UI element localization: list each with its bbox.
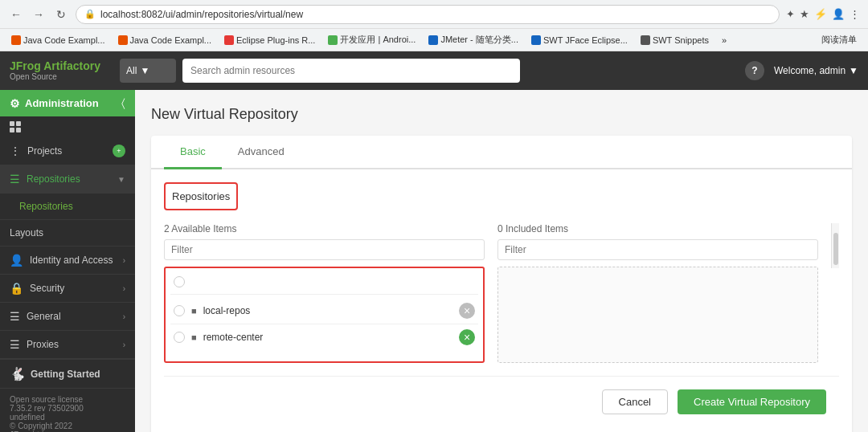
available-list: ■ local-repos × ■ remote-center × bbox=[164, 267, 485, 363]
repo-item-local[interactable]: ■ local-repos × bbox=[170, 298, 478, 324]
repo-item-remote[interactable]: ■ remote-center × bbox=[170, 324, 478, 350]
admin-icon: ⚙ bbox=[10, 97, 20, 110]
cast-icon[interactable]: ✦ bbox=[786, 8, 795, 20]
repo-add-local-button[interactable]: × bbox=[459, 303, 475, 319]
select-all-row[interactable] bbox=[170, 273, 478, 295]
identity-icon: 👤 bbox=[10, 254, 23, 267]
copyright-text: © Copyright 2022 bbox=[10, 422, 125, 430]
repositories-arrow-icon: ▼ bbox=[117, 175, 125, 184]
transfer-layout: 2 Available Items ■ bbox=[164, 223, 839, 363]
bookmark-label: Eclipse Plug-ins R... bbox=[236, 35, 315, 45]
welcome-text: Welcome, admin bbox=[774, 65, 845, 76]
sidebar-item-security[interactable]: 🔒 Security › bbox=[0, 275, 135, 303]
sidebar-grid-item[interactable] bbox=[0, 116, 135, 137]
sidebar-admin-header: ⚙ Administration 〈 bbox=[0, 90, 135, 116]
help-button[interactable]: ? bbox=[745, 61, 764, 80]
url-bar[interactable]: 🔒 localhost:8082/ui/admin/repositories/v… bbox=[76, 5, 780, 24]
repo-add-remote-button[interactable]: × bbox=[459, 329, 475, 345]
sidebar-projects-label: Projects bbox=[27, 145, 106, 157]
bookmark-java1[interactable]: Java Code Exampl... bbox=[6, 34, 110, 47]
sidebar-item-identity[interactable]: 👤 Identity and Access › bbox=[0, 247, 135, 275]
forward-button[interactable]: → bbox=[31, 6, 47, 22]
included-header: 0 Included Items bbox=[497, 223, 818, 234]
search-scope-dropdown[interactable]: All ▼ bbox=[120, 59, 176, 83]
dropdown-label: All bbox=[126, 65, 137, 76]
repo-checkbox-remote[interactable] bbox=[174, 332, 185, 343]
projects-badge: + bbox=[113, 145, 125, 157]
sidebar-repositories-sub-label: Repositories bbox=[19, 201, 125, 212]
admin-label: Administration bbox=[25, 97, 99, 109]
bookmark-favicon bbox=[531, 35, 541, 45]
tab-advanced[interactable]: Advanced bbox=[222, 136, 301, 169]
bookmark-eclipse[interactable]: Eclipse Plug-ins R... bbox=[219, 34, 320, 47]
included-column: 0 Included Items bbox=[497, 223, 818, 363]
sidebar-toggle-button[interactable]: 〈 bbox=[121, 96, 125, 110]
reading-list-button[interactable]: 阅读清单 bbox=[817, 32, 862, 47]
bookmark-swt[interactable]: SWT JFace Eclipse... bbox=[526, 34, 633, 47]
general-arrow-icon: › bbox=[123, 312, 125, 321]
reading-list-label: 阅读清单 bbox=[821, 34, 857, 46]
sidebar-item-layouts[interactable]: Layouts bbox=[0, 220, 135, 247]
extensions-icon[interactable]: ⚡ bbox=[814, 8, 827, 20]
bookmark-more[interactable]: » bbox=[717, 34, 731, 47]
repo-checkbox-local[interactable] bbox=[174, 305, 185, 316]
tab-basic-label: Basic bbox=[180, 145, 206, 157]
card-footer: Cancel Create Virtual Repository bbox=[164, 376, 839, 427]
scrollbar[interactable] bbox=[831, 223, 839, 268]
sidebar-item-projects[interactable]: ⋮ Projects + bbox=[0, 137, 135, 165]
repositories-section: Repositories bbox=[164, 182, 238, 210]
available-filter-input[interactable] bbox=[164, 239, 485, 260]
identity-arrow-icon: › bbox=[123, 256, 125, 265]
menu-icon[interactable]: ⋮ bbox=[850, 8, 860, 20]
card-body: Repositories 2 Available Items bbox=[151, 169, 852, 432]
bookmark-favicon bbox=[11, 35, 21, 45]
nav-search-area: All ▼ bbox=[120, 59, 735, 83]
chevron-down-icon: ▼ bbox=[140, 65, 149, 76]
bookmark-label: Java Code Exampl... bbox=[23, 35, 105, 45]
sidebar-bottom-info: Open source license 7.35.2 rev 73502900 … bbox=[0, 388, 135, 432]
build-text: undefined bbox=[10, 413, 125, 422]
sidebar-item-repositories[interactable]: ☰ Repositories ▼ bbox=[0, 165, 135, 194]
version-text: 7.35.2 rev 73502900 bbox=[10, 404, 125, 413]
security-icon: 🔒 bbox=[10, 282, 23, 295]
page-title: New Virtual Repository bbox=[151, 106, 852, 123]
sidebar-layouts-label: Layouts bbox=[10, 227, 125, 238]
bookmark-favicon bbox=[328, 35, 338, 45]
select-all-checkbox[interactable] bbox=[174, 276, 185, 287]
bookmark-label: 开发应用 | Androi... bbox=[340, 34, 416, 46]
profile-icon[interactable]: 👤 bbox=[832, 8, 845, 20]
sidebar-identity-label: Identity and Access bbox=[30, 255, 117, 266]
search-input[interactable] bbox=[182, 59, 520, 83]
sidebar-repositories-label: Repositories bbox=[27, 173, 111, 185]
grid-icon bbox=[10, 121, 21, 132]
sidebar-item-proxies[interactable]: ☰ Proxies › bbox=[0, 331, 135, 359]
bookmark-label: SWT JFace Eclipse... bbox=[543, 35, 628, 45]
remote-repo-icon: ■ bbox=[191, 332, 197, 342]
bookmark-label: SWT Snippets bbox=[653, 35, 709, 45]
sidebar-security-label: Security bbox=[30, 283, 117, 294]
bookmark-label: Java Code Exampl... bbox=[130, 35, 212, 45]
included-filter-input[interactable] bbox=[497, 239, 818, 260]
bookmark-jmeter[interactable]: JMeter - 随笔分类... bbox=[424, 32, 523, 47]
user-menu[interactable]: Welcome, admin ▼ bbox=[774, 65, 858, 76]
proxies-arrow-icon: › bbox=[123, 340, 125, 349]
create-repository-button[interactable]: Create Virtual Repository bbox=[678, 389, 826, 414]
sidebar-item-repositories-sub[interactable]: Repositories bbox=[0, 194, 135, 220]
back-button[interactable]: ← bbox=[8, 6, 24, 22]
included-list bbox=[497, 267, 818, 363]
sidebar-general-label: General bbox=[27, 311, 117, 322]
browser-actions: ✦ ★ ⚡ 👤 ⋮ bbox=[786, 8, 860, 20]
bookmark-java2[interactable]: Java Code Exampl... bbox=[113, 34, 217, 47]
sidebar-item-general[interactable]: ☰ General › bbox=[0, 303, 135, 331]
star-icon[interactable]: ★ bbox=[800, 8, 809, 20]
projects-icon: ⋮ bbox=[10, 145, 21, 157]
main-area: ⚙ Administration 〈 ⋮ Projects + ☰ Reposi… bbox=[0, 90, 868, 432]
bookmark-swt-snippets[interactable]: SWT Snippets bbox=[636, 34, 714, 47]
refresh-button[interactable]: ↻ bbox=[53, 6, 69, 22]
getting-started-label: Getting Started bbox=[31, 369, 100, 380]
sidebar-getting-started[interactable]: 🐇 Getting Started bbox=[0, 359, 135, 388]
cancel-button[interactable]: Cancel bbox=[602, 389, 668, 414]
repo-name-remote: remote-center bbox=[203, 332, 452, 343]
tab-basic[interactable]: Basic bbox=[164, 136, 222, 169]
bookmark-android[interactable]: 开发应用 | Androi... bbox=[323, 32, 420, 47]
